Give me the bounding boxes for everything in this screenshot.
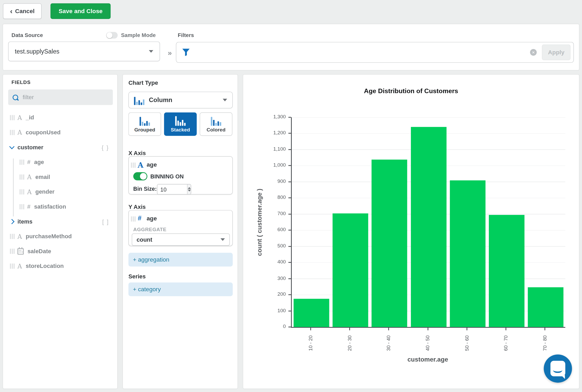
toggle-knob xyxy=(107,32,113,38)
chevron-down-icon[interactable] xyxy=(9,144,14,149)
y-tick-label: 800 xyxy=(243,195,286,200)
array-badge-icon: [ ] xyxy=(102,218,109,225)
chevron-down-icon xyxy=(220,238,225,241)
string-type-icon: A xyxy=(27,174,31,180)
chart-bar-20-30[interactable] xyxy=(332,214,368,327)
x-tick-label: 70 - 80 xyxy=(532,331,558,354)
x-tick-mark xyxy=(467,328,467,330)
y-tick-label: 0 xyxy=(243,324,286,329)
field-row-age[interactable]: #age xyxy=(3,155,117,170)
y-tick-mark xyxy=(288,327,291,327)
drag-handle-icon[interactable] xyxy=(131,216,135,222)
fields-title: FIELDS xyxy=(12,80,31,85)
series-title: Series xyxy=(128,273,146,280)
fields-panel: FIELDS A_idAcouponUsedcustomer{ }#ageAem… xyxy=(3,74,118,389)
field-row-_id[interactable]: A_id xyxy=(3,110,117,125)
stepper-up-icon[interactable] xyxy=(188,187,191,189)
chart-bar-50-60[interactable] xyxy=(450,180,485,327)
intercom-chat-button[interactable] xyxy=(544,354,572,383)
x-tick-label: 60 - 70 xyxy=(493,331,519,354)
stepper-down-icon[interactable] xyxy=(188,190,191,192)
y-tick-mark xyxy=(288,198,291,198)
add-aggregation-button[interactable]: + aggregation xyxy=(128,253,232,266)
field-row-storeLocation[interactable]: AstoreLocation xyxy=(3,259,117,274)
field-row-items[interactable]: items[ ] xyxy=(3,214,117,229)
field-row-customer[interactable]: customer{ } xyxy=(3,140,117,155)
chat-bubble-icon xyxy=(551,361,565,376)
x-tick-mark xyxy=(506,328,506,330)
y-tick-mark xyxy=(288,230,291,231)
variant-colored-button[interactable]: Colored xyxy=(200,113,232,136)
y-tick-label: 1,000 xyxy=(243,162,286,168)
chart-bar-60-70[interactable] xyxy=(489,215,525,327)
chart-bar-40-50[interactable] xyxy=(411,127,446,327)
x-axis-label: customer.age xyxy=(291,356,565,363)
colored-bars-icon xyxy=(211,116,221,126)
data-source-label: Data Source xyxy=(12,32,43,38)
add-category-button[interactable]: + category xyxy=(128,282,232,296)
filters-input[interactable]: ✕ Apply xyxy=(176,42,574,63)
aggregate-select[interactable]: count xyxy=(132,234,230,246)
field-label: gender xyxy=(35,189,55,195)
variant-grouped-button[interactable]: Grouped xyxy=(128,113,161,136)
data-source-select[interactable]: test.supplySales xyxy=(8,41,160,61)
x-axis-card: A age BINNING ON Bin Size: xyxy=(128,156,232,195)
cancel-button[interactable]: ‹ Cancel xyxy=(3,3,41,19)
number-type-icon: # xyxy=(138,215,141,223)
field-row-couponUsed[interactable]: AcouponUsed xyxy=(3,125,117,140)
y-axis-card: # age AGGREGATE count xyxy=(128,210,232,246)
x-tick-label: 50 - 60 xyxy=(454,331,480,354)
field-row-gender[interactable]: Agender xyxy=(3,184,117,199)
double-chevron-icon: » xyxy=(168,49,172,57)
string-type-icon: A xyxy=(17,263,22,269)
y-tick-label: 700 xyxy=(243,211,286,216)
bin-size-input[interactable] xyxy=(157,184,187,194)
chart-bar-70-80[interactable] xyxy=(528,287,564,327)
y-tick-label: 400 xyxy=(243,259,286,265)
variant-stacked-button[interactable]: Stacked xyxy=(164,113,197,136)
field-label: _id xyxy=(26,114,34,121)
y-tick-mark xyxy=(288,181,291,182)
save-and-close-button[interactable]: Save and Close xyxy=(50,3,111,19)
number-type-icon: # xyxy=(27,204,30,210)
stepper-control[interactable] xyxy=(187,184,191,194)
add-category-label: + category xyxy=(133,286,161,293)
chevron-right-icon[interactable] xyxy=(9,219,14,224)
chart-type-select[interactable]: Column xyxy=(128,92,232,108)
chart-bar-10-20[interactable] xyxy=(293,299,329,327)
y-tick-mark xyxy=(288,133,291,134)
y-tick-label: 500 xyxy=(243,243,286,248)
fields-list: A_idAcouponUsedcustomer{ }#ageAemailAgen… xyxy=(3,110,117,273)
field-search-input[interactable] xyxy=(22,93,105,101)
drag-handle-icon xyxy=(10,115,14,120)
apply-button[interactable]: Apply xyxy=(542,45,570,60)
y-tick-mark xyxy=(288,149,291,150)
chart-bar-30-40[interactable] xyxy=(372,160,407,327)
x-tick-mark xyxy=(349,328,350,330)
field-row-satisfaction[interactable]: #satisfaction xyxy=(3,199,117,214)
drag-handle-icon[interactable] xyxy=(131,163,135,168)
field-label: storeLocation xyxy=(26,263,64,269)
y-tick-mark xyxy=(288,246,291,247)
column-chart-icon xyxy=(134,95,145,105)
y-tick-label: 600 xyxy=(243,227,286,232)
field-row-purchaseMethod[interactable]: ApurchaseMethod xyxy=(3,229,117,244)
drag-handle-icon xyxy=(20,189,24,194)
y-tick-label: 100 xyxy=(243,308,286,313)
clear-filters-icon[interactable]: ✕ xyxy=(530,49,537,56)
drag-handle-icon xyxy=(10,263,14,269)
y-tick-label: 1,100 xyxy=(243,146,286,152)
y-tick-mark xyxy=(288,117,291,118)
binning-toggle[interactable] xyxy=(133,172,147,180)
y-tick-mark xyxy=(288,165,291,166)
string-type-icon: A xyxy=(17,129,22,136)
sample-mode-toggle[interactable] xyxy=(106,32,118,39)
y-tick-mark xyxy=(288,310,291,311)
field-row-email[interactable]: Aemail xyxy=(3,169,117,184)
field-search-box[interactable] xyxy=(8,89,113,105)
field-row-saleDate[interactable]: saleDate xyxy=(3,244,117,259)
drag-handle-icon xyxy=(10,234,14,239)
drag-handle-icon xyxy=(10,249,14,254)
plot-area xyxy=(291,117,565,328)
binning-label: BINNING ON xyxy=(150,173,184,180)
